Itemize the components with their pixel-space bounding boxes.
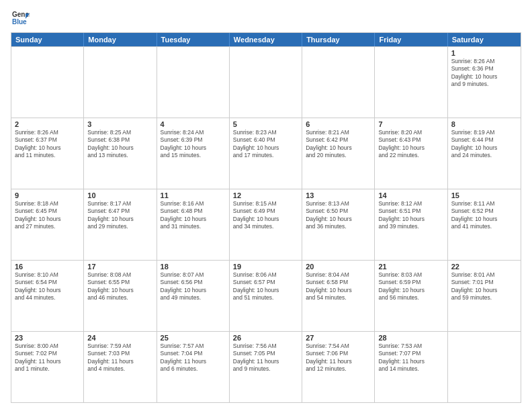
calendar-cell: 22Sunrise: 8:01 AM Sunset: 7:01 PM Dayli… (448, 261, 521, 331)
calendar-cell: 11Sunrise: 8:16 AM Sunset: 6:48 PM Dayli… (157, 189, 230, 260)
calendar-cell: 6Sunrise: 8:21 AM Sunset: 6:42 PM Daylig… (302, 118, 375, 189)
cell-info: Sunrise: 8:04 AM Sunset: 6:58 PM Dayligh… (306, 271, 371, 302)
calendar-cell: 16Sunrise: 8:10 AM Sunset: 6:54 PM Dayli… (11, 261, 84, 331)
day-number: 20 (306, 263, 371, 271)
cell-info: Sunrise: 8:21 AM Sunset: 6:42 PM Dayligh… (306, 129, 371, 160)
day-number: 11 (161, 191, 226, 199)
day-number: 26 (233, 334, 298, 342)
cell-info: Sunrise: 8:12 AM Sunset: 6:51 PM Dayligh… (378, 200, 443, 231)
day-number: 25 (161, 334, 226, 342)
day-number: 3 (87, 120, 152, 128)
day-number: 13 (306, 191, 371, 199)
calendar-cell: 28Sunrise: 7:53 AM Sunset: 7:07 PM Dayli… (375, 332, 447, 402)
calendar-cell (375, 47, 447, 118)
calendar-cell: 27Sunrise: 7:54 AM Sunset: 7:06 PM Dayli… (302, 332, 375, 402)
day-number: 15 (451, 191, 517, 199)
calendar-cell: 7Sunrise: 8:20 AM Sunset: 6:43 PM Daylig… (375, 118, 447, 189)
calendar-cell: 10Sunrise: 8:17 AM Sunset: 6:47 PM Dayli… (84, 189, 157, 260)
cell-info: Sunrise: 8:00 AM Sunset: 7:02 PM Dayligh… (15, 342, 80, 373)
calendar-row: 23Sunrise: 8:00 AM Sunset: 7:02 PM Dayli… (11, 331, 521, 402)
weekday-header: Wednesday (230, 33, 302, 46)
calendar-cell: 1Sunrise: 8:26 AM Sunset: 6:36 PM Daylig… (448, 47, 521, 118)
weekday-header: Monday (84, 33, 157, 46)
cell-info: Sunrise: 7:56 AM Sunset: 7:05 PM Dayligh… (233, 342, 298, 373)
calendar-cell: 24Sunrise: 7:59 AM Sunset: 7:03 PM Dayli… (84, 332, 157, 402)
day-number: 14 (378, 191, 443, 199)
calendar-cell: 21Sunrise: 8:03 AM Sunset: 6:59 PM Dayli… (375, 261, 447, 331)
calendar-cell (84, 47, 157, 118)
logo-icon: General Blue (11, 8, 30, 27)
cell-info: Sunrise: 8:11 AM Sunset: 6:52 PM Dayligh… (451, 200, 517, 231)
calendar-cell: 14Sunrise: 8:12 AM Sunset: 6:51 PM Dayli… (375, 189, 447, 260)
cell-info: Sunrise: 8:01 AM Sunset: 7:01 PM Dayligh… (451, 271, 517, 302)
calendar: SundayMondayTuesdayWednesdayThursdayFrid… (11, 32, 521, 403)
day-number: 8 (451, 120, 517, 128)
calendar-cell: 26Sunrise: 7:56 AM Sunset: 7:05 PM Dayli… (230, 332, 302, 402)
day-number: 2 (15, 120, 80, 128)
calendar-cell: 15Sunrise: 8:11 AM Sunset: 6:52 PM Dayli… (448, 189, 521, 260)
day-number: 10 (87, 191, 152, 199)
calendar-body: 1Sunrise: 8:26 AM Sunset: 6:36 PM Daylig… (11, 46, 521, 402)
day-number: 24 (87, 334, 152, 342)
day-number: 23 (15, 334, 80, 342)
cell-info: Sunrise: 8:20 AM Sunset: 6:43 PM Dayligh… (378, 129, 443, 160)
cell-info: Sunrise: 8:07 AM Sunset: 6:56 PM Dayligh… (161, 271, 226, 302)
svg-text:Blue: Blue (12, 18, 27, 26)
cell-info: Sunrise: 8:26 AM Sunset: 6:37 PM Dayligh… (15, 129, 80, 160)
cell-info: Sunrise: 7:57 AM Sunset: 7:04 PM Dayligh… (161, 342, 226, 373)
calendar-cell: 23Sunrise: 8:00 AM Sunset: 7:02 PM Dayli… (11, 332, 84, 402)
day-number: 4 (161, 120, 226, 128)
cell-info: Sunrise: 8:16 AM Sunset: 6:48 PM Dayligh… (161, 200, 226, 231)
cell-info: Sunrise: 8:25 AM Sunset: 6:38 PM Dayligh… (87, 129, 152, 160)
day-number: 1 (451, 49, 517, 57)
header: General Blue (11, 8, 521, 27)
calendar-cell (11, 47, 84, 118)
calendar-header: SundayMondayTuesdayWednesdayThursdayFrid… (11, 33, 521, 46)
cell-info: Sunrise: 7:59 AM Sunset: 7:03 PM Dayligh… (87, 342, 152, 373)
cell-info: Sunrise: 7:54 AM Sunset: 7:06 PM Dayligh… (306, 342, 371, 373)
weekday-header: Thursday (302, 33, 375, 46)
calendar-cell: 5Sunrise: 8:23 AM Sunset: 6:40 PM Daylig… (230, 118, 302, 189)
logo: General Blue (11, 8, 30, 27)
calendar-row: 16Sunrise: 8:10 AM Sunset: 6:54 PM Dayli… (11, 260, 521, 331)
calendar-row: 2Sunrise: 8:26 AM Sunset: 6:37 PM Daylig… (11, 118, 521, 189)
weekday-header: Friday (375, 33, 447, 46)
day-number: 28 (378, 334, 443, 342)
cell-info: Sunrise: 8:17 AM Sunset: 6:47 PM Dayligh… (87, 200, 152, 231)
day-number: 9 (15, 191, 80, 199)
day-number: 17 (87, 263, 152, 271)
cell-info: Sunrise: 8:18 AM Sunset: 6:45 PM Dayligh… (15, 200, 80, 231)
calendar-cell: 2Sunrise: 8:26 AM Sunset: 6:37 PM Daylig… (11, 118, 84, 189)
day-number: 18 (161, 263, 226, 271)
weekday-header: Saturday (448, 33, 521, 46)
day-number: 16 (15, 263, 80, 271)
day-number: 7 (378, 120, 443, 128)
day-number: 12 (233, 191, 298, 199)
cell-info: Sunrise: 8:03 AM Sunset: 6:59 PM Dayligh… (378, 271, 443, 302)
day-number: 22 (451, 263, 517, 271)
calendar-cell: 9Sunrise: 8:18 AM Sunset: 6:45 PM Daylig… (11, 189, 84, 260)
calendar-cell: 17Sunrise: 8:08 AM Sunset: 6:55 PM Dayli… (84, 261, 157, 331)
calendar-cell (230, 47, 302, 118)
calendar-cell: 12Sunrise: 8:15 AM Sunset: 6:49 PM Dayli… (230, 189, 302, 260)
day-number: 27 (306, 334, 371, 342)
cell-info: Sunrise: 8:24 AM Sunset: 6:39 PM Dayligh… (161, 129, 226, 160)
calendar-cell: 3Sunrise: 8:25 AM Sunset: 6:38 PM Daylig… (84, 118, 157, 189)
page: General Blue SundayMondayTuesdayWednesda… (0, 0, 532, 411)
day-number: 5 (233, 120, 298, 128)
calendar-cell: 18Sunrise: 8:07 AM Sunset: 6:56 PM Dayli… (157, 261, 230, 331)
day-number: 6 (306, 120, 371, 128)
calendar-cell (157, 47, 230, 118)
calendar-cell (302, 47, 375, 118)
cell-info: Sunrise: 7:53 AM Sunset: 7:07 PM Dayligh… (378, 342, 443, 373)
weekday-header: Sunday (11, 33, 84, 46)
calendar-cell: 8Sunrise: 8:19 AM Sunset: 6:44 PM Daylig… (448, 118, 521, 189)
calendar-cell: 19Sunrise: 8:06 AM Sunset: 6:57 PM Dayli… (230, 261, 302, 331)
cell-info: Sunrise: 8:15 AM Sunset: 6:49 PM Dayligh… (233, 200, 298, 231)
calendar-cell: 4Sunrise: 8:24 AM Sunset: 6:39 PM Daylig… (157, 118, 230, 189)
cell-info: Sunrise: 8:06 AM Sunset: 6:57 PM Dayligh… (233, 271, 298, 302)
calendar-cell: 13Sunrise: 8:13 AM Sunset: 6:50 PM Dayli… (302, 189, 375, 260)
calendar-row: 1Sunrise: 8:26 AM Sunset: 6:36 PM Daylig… (11, 46, 521, 118)
calendar-cell: 25Sunrise: 7:57 AM Sunset: 7:04 PM Dayli… (157, 332, 230, 402)
day-number: 19 (233, 263, 298, 271)
